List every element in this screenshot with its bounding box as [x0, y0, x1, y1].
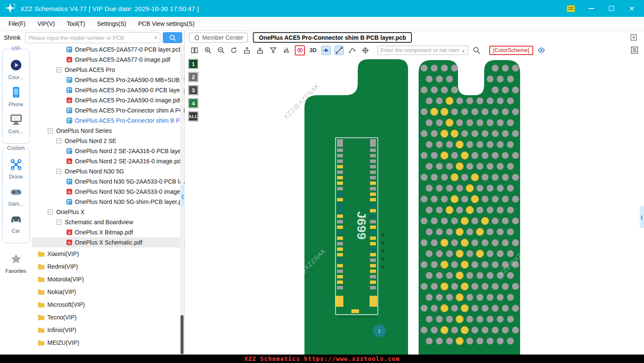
pdf-file-icon: A [66, 239, 72, 245]
board-flip-icon[interactable] [295, 45, 305, 55]
model-search-button[interactable] [163, 32, 182, 43]
sidebar-item-label: Drone [9, 174, 23, 180]
sidebar-item-star[interactable]: Favorites [0, 253, 32, 274]
sidebar-item-play-circle[interactable]: Cour... [3, 59, 29, 80]
bottom-layer-icon[interactable] [255, 46, 265, 55]
tree-folder-row[interactable]: Redmi(VIP) [32, 260, 184, 273]
pcb-canvas[interactable]: J699XZZ@XZZNAKXZZ@XZZNAKXZZ@XZZNAK1 1234… [185, 56, 644, 355]
collapse-left-panel-handle[interactable]: ❮ [181, 185, 185, 207]
tree-file-row[interactable]: OnePlus ACE5 Pro-Connector shim B PCB la… [32, 116, 184, 126]
3d-view-button[interactable]: 3D [309, 46, 318, 55]
tree-expander-icon[interactable]: − [56, 67, 61, 72]
model-search-input[interactable] [25, 32, 160, 43]
layer-button-3[interactable]: 3 [188, 85, 198, 95]
tree-file-row[interactable]: AOnePlus Nord N30 5G-2AA533-0 image.pdf [32, 187, 184, 197]
jump-arrow-icon[interactable] [321, 46, 331, 55]
sidebar-item-car[interactable]: Car [3, 212, 29, 234]
tree-item-label: OnePlus ACE5-2AA577-0 PCB layer.pcb [75, 46, 182, 53]
visibility-eye-icon[interactable] [537, 46, 546, 55]
tree-expander-icon[interactable]: − [56, 169, 61, 174]
layer-button-1[interactable]: 1 [188, 59, 198, 69]
folder-icon [38, 276, 45, 282]
tree-item-label: OnePlus ACE5-2AA577-0 image.pdf [75, 56, 170, 63]
tree-file-row[interactable]: OnePlus ACE5-2AA577-0 PCB layer.pcb [32, 44, 184, 55]
refresh-rotate-icon[interactable] [229, 46, 238, 55]
pcb-file-icon [66, 199, 72, 205]
tree-scrollbar-thumb[interactable] [181, 315, 184, 354]
tree-file-row[interactable]: OnePlus Nord N30 5G-shim-PCB layer.pcb [32, 197, 184, 207]
sidebar-item-phone[interactable]: Phone [3, 86, 29, 107]
tree-folder-row[interactable]: Xiaomi(VIP) [32, 248, 184, 260]
component-net-search-input[interactable] [377, 46, 468, 55]
tree-folder-row[interactable]: Nokia(VIP) [32, 286, 184, 298]
vip-group-label: -VIP- [8, 46, 23, 52]
tree-file-row[interactable]: OnePlus Nord N30 5G-2AA533-0 PCB layer.p… [32, 176, 184, 187]
vip-group-box: -VIP- Cour...PhoneCom... [2, 49, 30, 144]
tree-expander-icon[interactable]: − [56, 138, 61, 143]
tree-folder-row[interactable]: Tecno(VIP) [32, 311, 184, 324]
mirror-flip-icon[interactable] [282, 46, 291, 55]
tree-file-row[interactable]: OnePlus ACE5 Pro-2AA590-0 MB+SUB PCB lay… [32, 75, 184, 85]
zoom-out-icon[interactable] [216, 46, 225, 55]
tree-file-row[interactable]: AOnePlus Nord 2 SE-2AA316-0 image.pdf [32, 156, 184, 166]
vip-badge-icon[interactable] [566, 4, 575, 13]
zoom-in-icon[interactable] [203, 46, 212, 55]
menu-item[interactable]: PCB View settings(S) [132, 17, 200, 30]
close-button[interactable]: × [627, 4, 636, 13]
tree-expander-icon[interactable]: − [48, 209, 53, 214]
layer-button-4[interactable]: 4 [188, 98, 198, 108]
menu-item[interactable]: Tool(T) [61, 17, 91, 30]
member-center-button[interactable]: Member Center [189, 33, 248, 43]
shrink-button[interactable]: Shrink [2, 33, 22, 42]
tree-group-row[interactable]: −OnePlus Nord 2 SE [32, 136, 184, 146]
origin-crosshair-icon[interactable] [361, 46, 370, 55]
component-list-panel-icon[interactable] [630, 46, 639, 55]
menu-item[interactable]: VIP(V) [31, 17, 60, 30]
layer-button-2[interactable]: 2 [188, 72, 198, 82]
viewer-toolbar: 3D ∨ [ColorScheme] [185, 44, 644, 56]
colorscheme-button[interactable]: [ColorScheme] [489, 46, 533, 55]
filter-funnel-icon[interactable] [269, 46, 278, 55]
tree-group-row[interactable]: −OnePlus Nord Series [32, 126, 184, 136]
split-view-icon[interactable] [190, 46, 199, 55]
sidebar-item-drone[interactable]: Drone [3, 158, 29, 180]
app-window: XZZ Schematics V4.77 [ VIP Due date: 202… [0, 0, 644, 363]
pcb-file-icon [66, 87, 72, 93]
tree-folder-row[interactable]: Motorola(VIP) [32, 273, 184, 286]
tree-file-row[interactable]: OnePlus ACE5 Pro-Connector shim A PCB la… [32, 105, 184, 116]
tree-folder-row[interactable]: MEIZU(VIP) [32, 336, 184, 349]
top-layer-icon[interactable] [242, 46, 252, 55]
svg-text:A: A [68, 160, 71, 164]
net-search-icon[interactable] [472, 46, 481, 55]
tree-group-row[interactable]: −Schematic and Boardview [32, 217, 184, 227]
minimize-button[interactable] [586, 4, 596, 13]
tree-folder-row[interactable]: Infinix(VIP) [32, 324, 184, 336]
sidebar-item-label: Com... [8, 129, 23, 135]
document-tab[interactable]: OnePlus ACE5 Pro-Connector shim B PCB la… [253, 32, 412, 43]
tree-expander-icon[interactable]: − [48, 128, 53, 133]
folder-icon [38, 302, 45, 308]
curve-measure-icon[interactable] [348, 46, 357, 55]
crossprobe-icon[interactable] [334, 46, 344, 55]
tree-file-row[interactable]: AOnePlus X Bitmap.pdf [32, 227, 184, 237]
menu-item[interactable]: File(F) [3, 17, 31, 30]
tree-group-row[interactable]: −OnePlus Nord N30 5G [32, 166, 184, 176]
search-icon [169, 34, 176, 41]
tree-group-row[interactable]: −OnePlus ACE5 Pro [32, 65, 184, 75]
tree-file-row[interactable]: OnePlus Nord 2 SE-2AA316-0 PCB layer.pcb [32, 146, 184, 156]
tree-file-row[interactable]: OnePlus ACE5 Pro-2AA590-0 PCB layer.pcb [32, 85, 184, 95]
sidebar-item-gamepad[interactable]: Gam... [3, 185, 29, 207]
tree-folder-row[interactable]: Microsoft(VIP) [32, 298, 184, 311]
menu-item[interactable]: Settings(S) [91, 17, 132, 30]
tree-file-row[interactable]: AOnePlus ACE5 Pro-2AA590-0 image.pdf [32, 95, 184, 105]
layer-button-all[interactable]: ALL [188, 111, 198, 121]
maximize-button[interactable] [607, 4, 616, 13]
tree-file-row[interactable]: AOnePlus ACE5-2AA577-0 image.pdf [32, 55, 184, 65]
tree-group-row[interactable]: −OnePlus X [32, 207, 184, 217]
main-area: Member Center OnePlus ACE5 Pro-Connector… [185, 31, 644, 355]
tree-expander-icon[interactable]: − [56, 220, 61, 225]
close-view-icon[interactable] [629, 33, 638, 42]
tree-file-row[interactable]: AOnePlus X Schematic.pdf [32, 237, 184, 248]
expand-right-panel-handle[interactable]: ❮ [640, 206, 644, 228]
sidebar-item-computer[interactable]: Com... [3, 113, 29, 135]
